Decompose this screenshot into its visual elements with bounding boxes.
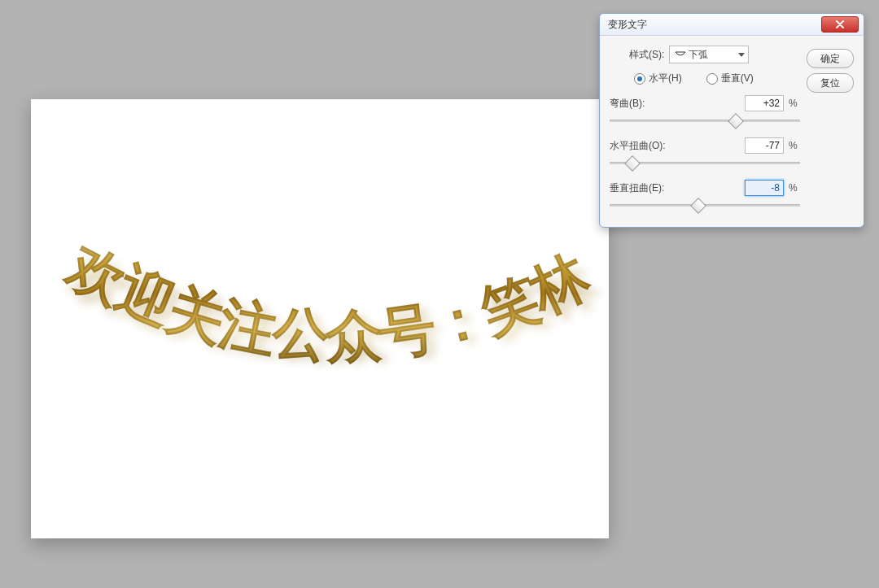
radio-horizontal-label: 水平(H) <box>649 72 682 85</box>
dialog-title: 变形文字 <box>608 18 647 32</box>
radio-vertical-label: 垂直(V) <box>721 72 754 85</box>
radio-dot-icon <box>706 73 718 85</box>
hdist-input[interactable] <box>745 137 784 154</box>
dialog-titlebar[interactable]: 变形文字 <box>600 14 864 36</box>
hdist-group: 水平扭曲(O): % <box>610 137 800 168</box>
hdist-label: 水平扭曲(O): <box>610 139 666 153</box>
warped-text-art: 欢迎关注公众号：笑林新语 欢迎关注公众号：笑林新语 <box>55 254 593 392</box>
percent-unit: % <box>789 182 800 194</box>
radio-vertical[interactable]: 垂直(V) <box>706 72 754 85</box>
slider-thumb-icon[interactable] <box>624 155 641 172</box>
percent-unit: % <box>789 140 800 151</box>
vdist-label: 垂直扭曲(E): <box>610 181 664 195</box>
percent-unit: % <box>789 98 800 109</box>
vdist-input[interactable] <box>745 180 784 196</box>
reset-button-label: 复位 <box>820 76 840 90</box>
svg-text:欢迎关注公众号：笑林新语: 欢迎关注公众号：笑林新语 <box>32 219 608 368</box>
bend-input[interactable] <box>745 95 784 111</box>
warp-text-dialog: 变形文字 样式(S): 下弧 <box>599 13 864 228</box>
radio-dot-icon <box>634 73 645 85</box>
arc-lower-icon <box>675 50 686 59</box>
reset-button[interactable]: 复位 <box>807 73 854 93</box>
document-canvas: 欢迎关注公众号：笑林新语 欢迎关注公众号：笑林新语 <box>31 99 609 538</box>
style-selected-value: 下弧 <box>689 48 708 62</box>
chevron-down-icon <box>738 53 745 57</box>
hdist-slider[interactable] <box>610 157 800 168</box>
vdist-slider[interactable] <box>610 199 800 211</box>
close-icon <box>835 20 845 28</box>
ok-button[interactable]: 确定 <box>807 49 854 68</box>
bend-label: 弯曲(B): <box>610 97 645 111</box>
style-dropdown[interactable]: 下弧 <box>669 46 749 63</box>
bend-slider[interactable] <box>610 115 800 126</box>
bend-group: 弯曲(B): % <box>610 95 800 126</box>
ok-button-label: 确定 <box>820 52 840 66</box>
svg-text:欢迎关注公众号：笑林新语: 欢迎关注公众号：笑林新语 <box>27 203 600 368</box>
slider-thumb-icon[interactable] <box>690 198 706 214</box>
close-button[interactable] <box>821 16 859 33</box>
radio-horizontal[interactable]: 水平(H) <box>634 72 682 85</box>
style-label: 样式(S): <box>629 48 664 62</box>
slider-thumb-icon[interactable] <box>728 113 745 129</box>
vdist-group: 垂直扭曲(E): % <box>610 180 800 211</box>
